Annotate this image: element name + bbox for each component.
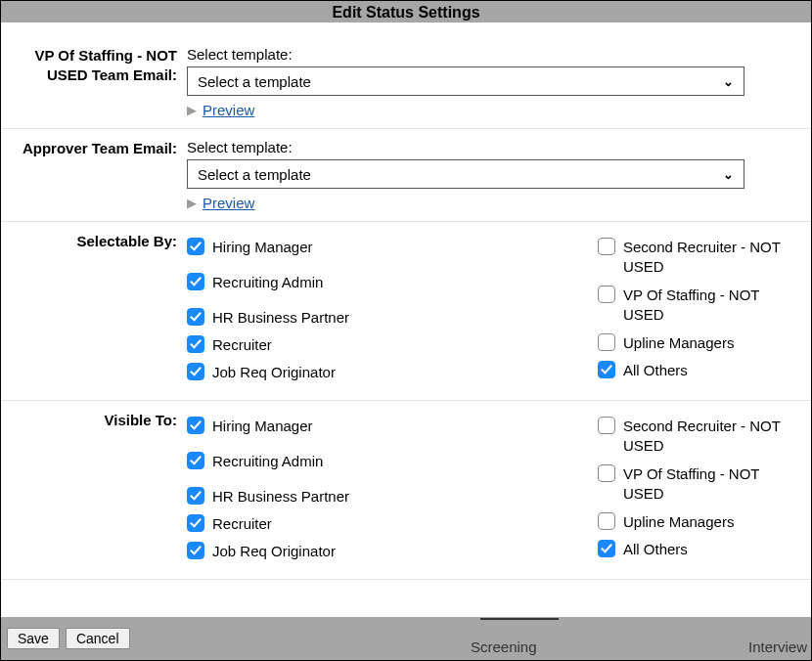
field-approver-team-email: Select template: Select a template ⌄ ▶ P… <box>187 139 811 211</box>
field-visible-to: Hiring Manager Recruiting Admin HR Busin… <box>187 411 811 569</box>
template-select-vp[interactable]: Select a template ⌄ <box>187 66 744 96</box>
chevron-down-icon: ⌄ <box>723 74 734 89</box>
background-text-interview: Interview <box>748 639 807 655</box>
template-select-approver[interactable]: Select a template ⌄ <box>187 159 744 189</box>
label-approver-team-email: Approver Team Email: <box>1 139 187 211</box>
checkbox-label: Hiring Manager <box>212 418 313 434</box>
checkbox-label: VP Of Staffing - NOT USED <box>623 286 795 324</box>
checkbox-label: Job Req Originator <box>212 543 336 559</box>
preview-link-approver[interactable]: Preview <box>203 195 254 211</box>
checkbox-label: Job Req Originator <box>212 364 336 380</box>
checkbox-label: VP Of Staffing - NOT USED <box>623 464 795 503</box>
content-area: VP Of Staffing - NOT USED Team Email: Se… <box>1 22 811 617</box>
field-vp-team-email: Select template: Select a template ⌄ ▶ P… <box>187 46 811 118</box>
checkbox-label: All Others <box>623 541 688 557</box>
label-vp-team-email: VP Of Staffing - NOT USED Team Email: <box>1 46 187 118</box>
background-text-screening: Screening <box>471 639 537 655</box>
checkbox-job-req-originator[interactable] <box>187 363 204 380</box>
checkbox-hr-business-partner[interactable] <box>187 308 204 326</box>
checkbox-hiring-manager[interactable] <box>187 238 204 255</box>
preview-line-approver: ▶ Preview <box>187 195 795 211</box>
row-selectable-by: Selectable By: Hiring Manager Recruiting… <box>1 222 811 401</box>
field-selectable-by: Hiring Manager Recruiting Admin HR Busin… <box>187 232 811 390</box>
row-approver-team-email: Approver Team Email: Select template: Se… <box>1 129 811 222</box>
visible-to-left-col: Hiring Manager Recruiting Admin HR Busin… <box>187 411 588 569</box>
checkbox-label: Hiring Manager <box>212 239 313 255</box>
footer-bar: Screening Interview Save Cancel <box>1 617 811 660</box>
checkbox-vp-staffing-vt[interactable] <box>598 464 615 482</box>
checkbox-label: Second Recruiter - NOT USED <box>623 417 795 455</box>
checkbox-label: Recruiting Admin <box>212 453 323 469</box>
checkbox-recruiter[interactable] <box>187 335 204 353</box>
checkbox-upline-managers[interactable] <box>598 333 615 351</box>
checkbox-all-others[interactable] <box>598 361 615 378</box>
selectable-by-right-col: Second Recruiter - NOT USED VP Of Staffi… <box>598 232 795 390</box>
checkbox-vp-staffing[interactable] <box>598 286 615 303</box>
checkbox-recruiting-admin-vt[interactable] <box>187 452 204 469</box>
checkbox-label: Upline Managers <box>623 513 734 530</box>
triangle-right-icon: ▶ <box>187 197 197 209</box>
select-template-label: Select template: <box>187 46 795 63</box>
row-visible-to: Visible To: Hiring Manager Recruiting Ad… <box>1 401 811 580</box>
visible-to-right-col: Second Recruiter - NOT USED VP Of Staffi… <box>598 411 795 569</box>
checkbox-second-recruiter[interactable] <box>598 238 615 255</box>
checkbox-second-recruiter-vt[interactable] <box>598 417 615 434</box>
checkbox-label: Recruiter <box>212 515 272 532</box>
selectable-by-left-col: Hiring Manager Recruiting Admin HR Busin… <box>187 232 588 390</box>
label-visible-to: Visible To: <box>1 411 187 569</box>
checkbox-label: Recruiter <box>212 336 272 353</box>
checkbox-job-req-originator-vt[interactable] <box>187 542 204 559</box>
chevron-down-icon: ⌄ <box>723 167 734 182</box>
template-select-vp-value: Select a template <box>198 73 311 90</box>
label-selectable-by: Selectable By: <box>1 232 187 390</box>
checkbox-label: Upline Managers <box>623 334 734 351</box>
checkbox-recruiting-admin[interactable] <box>187 273 204 290</box>
checkbox-upline-managers-vt[interactable] <box>598 512 615 530</box>
template-select-approver-value: Select a template <box>198 166 311 183</box>
triangle-right-icon: ▶ <box>187 104 197 116</box>
cancel-button[interactable]: Cancel <box>66 628 130 649</box>
checkbox-label: HR Business Partner <box>212 488 349 505</box>
preview-line-vp: ▶ Preview <box>187 102 795 118</box>
checkbox-hr-business-partner-vt[interactable] <box>187 487 204 505</box>
checkbox-label: All Others <box>623 362 688 378</box>
checkbox-label: Recruiting Admin <box>212 274 323 290</box>
checkbox-all-others-vt[interactable] <box>598 540 615 557</box>
checkbox-label: HR Business Partner <box>212 309 349 326</box>
checkbox-recruiter-vt[interactable] <box>187 514 204 532</box>
select-template-label-approver: Select template: <box>187 139 795 155</box>
checkbox-label: Second Recruiter - NOT USED <box>623 238 795 276</box>
row-vp-team-email: VP Of Staffing - NOT USED Team Email: Se… <box>1 22 811 129</box>
preview-link-vp[interactable]: Preview <box>203 102 254 118</box>
checkbox-hiring-manager-vt[interactable] <box>187 417 204 434</box>
background-strike <box>480 618 559 620</box>
save-button[interactable]: Save <box>7 628 60 649</box>
